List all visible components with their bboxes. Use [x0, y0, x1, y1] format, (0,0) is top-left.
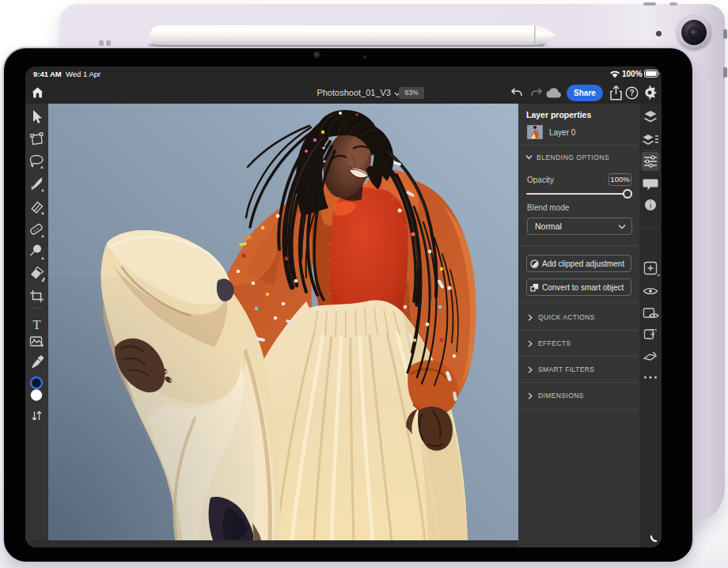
svg-text:?: ? — [629, 89, 634, 97]
svg-text:T: T — [32, 317, 41, 332]
